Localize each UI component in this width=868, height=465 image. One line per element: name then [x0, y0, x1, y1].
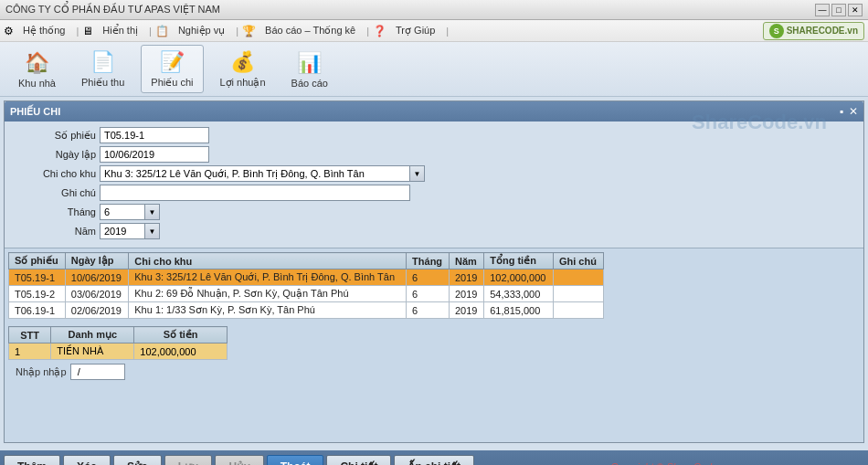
nam-dropdown[interactable]: ▼ — [145, 223, 160, 239]
logo-circle: S — [769, 24, 784, 38]
main-table-body: T05.19-110/06/2019Khu 3: 325/12 Lê Văn Q… — [9, 269, 604, 319]
form-area: Số phiếu Ngày lập Chi cho khu ▼ Ghi chú … — [5, 122, 863, 248]
title-bar: CÔNG TY CỔ PHẦN ĐẦU TƯ APAS VIỆT NAM — □… — [0, 0, 868, 20]
nam-label: Năm — [23, 226, 96, 237]
menu-nghiep-vu[interactable]: Nghiệp vụ — [171, 22, 232, 40]
form-row-nam: Năm ▼ — [23, 223, 845, 239]
col-chi-cho-khu: Chi cho khu — [129, 253, 407, 269]
thang-input[interactable] — [100, 204, 145, 220]
menu-hien-thi[interactable]: Hiển thị — [95, 22, 145, 40]
phieu-chi-icon: 📝 — [157, 49, 186, 75]
panel-pin-icon[interactable]: ▪ — [840, 105, 843, 118]
hien-thi-icon: 🖥 — [82, 25, 93, 37]
form-row-ghi-chu: Ghi chú — [23, 185, 845, 201]
nhap-nhap-input[interactable] — [70, 364, 125, 380]
toolbar-phieu-thu[interactable]: 📄 Phiếu thu — [72, 46, 133, 92]
chi-cho-khu-combo: ▼ — [100, 165, 425, 182]
panel-header: PHIẾU CHI ▪ ✕ — [5, 101, 863, 122]
panel-title: PHIẾU CHI — [10, 106, 60, 118]
thang-combo: ▼ — [100, 204, 160, 220]
nam-combo: ▼ — [100, 223, 160, 239]
detail-table-body: 1TIỀN NHÀ102,000,000 — [9, 343, 228, 360]
col-ghi-chu: Ghi chú — [553, 253, 603, 269]
xoa-button[interactable]: Xóa — [63, 455, 111, 465]
toolbar-bao-cao[interactable]: 📊 Báo cáo — [282, 47, 337, 92]
ghi-chu-input[interactable] — [100, 185, 410, 201]
detail-col-so-tien: Số tiền — [134, 327, 228, 343]
sua-button[interactable]: Sửa — [113, 455, 162, 465]
menu-he-thong[interactable]: Hệ thống — [16, 22, 72, 40]
form-row-so-phieu: Số phiếu — [23, 127, 845, 143]
toolbar-loi-nhuan-label: Lợi nhuận — [220, 77, 266, 89]
menu-bao-cao[interactable]: Báo cáo – Thống kê — [258, 22, 363, 40]
copyright-text: Copyright © ShareCode.vn — [477, 461, 864, 465]
ghi-chu-label: Ghi chú — [23, 187, 96, 198]
nam-input[interactable] — [100, 223, 145, 239]
close-window-button[interactable]: ✕ — [848, 4, 863, 16]
panel-close-area[interactable]: ▪ ✕ — [840, 105, 858, 118]
chi-cho-khu-input[interactable] — [100, 165, 410, 182]
toolbar-phieu-chi[interactable]: 📝 Phiếu chi — [141, 45, 203, 93]
form-row-thang: Tháng ▼ — [23, 204, 845, 220]
bao-cao-icon: 🏆 — [242, 25, 256, 37]
luu-button[interactable]: Lưu — [164, 455, 213, 465]
an-chi-tiet-button[interactable]: Ấn chi tiết — [394, 455, 474, 465]
thang-dropdown[interactable]: ▼ — [145, 204, 160, 220]
detail-header-row: STT Danh mục Số tiền — [9, 327, 228, 343]
thang-label: Tháng — [23, 206, 96, 217]
table-row[interactable]: T05.19-110/06/2019Khu 3: 325/12 Lê Văn Q… — [9, 269, 604, 286]
panel-close-icon[interactable]: ✕ — [849, 105, 858, 118]
col-thang: Tháng — [407, 253, 450, 269]
table-row[interactable]: T06.19-102/06/2019Khu 1: 1/33 Sơn Kỳ, P.… — [9, 302, 604, 319]
ngay-lap-label: Ngày lập — [23, 149, 96, 161]
logo: S SHARECODE.vn — [763, 22, 864, 40]
main-table: Số phiếu Ngày lập Chi cho khu Tháng Năm … — [8, 252, 604, 319]
huy-button[interactable]: Hủy — [215, 455, 263, 465]
tro-giup-icon: ❓ — [373, 25, 386, 37]
menu-bar: ⚙ Hệ thống | 🖥 Hiển thị | 📋 Nghiệp vụ | … — [0, 20, 868, 42]
main-table-area: Số phiếu Ngày lập Chi cho khu Tháng Năm … — [8, 252, 604, 439]
detail-col-danh-muc: Danh mục — [51, 327, 134, 343]
chi-cho-khu-label: Chi cho khu — [23, 168, 96, 179]
col-so-phieu: Số phiếu — [9, 253, 66, 269]
form-row-chi-cho-khu: Chi cho khu ▼ — [23, 165, 845, 182]
maximize-button[interactable]: □ — [831, 4, 846, 16]
window-controls[interactable]: — □ ✕ — [815, 4, 863, 16]
col-ngay-lap: Ngày lập — [65, 253, 128, 269]
table-row[interactable]: T05.19-203/06/2019Khu 2: 69 Đỗ Nhuận, P.… — [9, 286, 604, 302]
detail-table-row[interactable]: 1TIỀN NHÀ102,000,000 — [9, 343, 228, 360]
toolbar-khu-nha[interactable]: 🏠 Khu nhà — [9, 47, 65, 92]
panel: PHIẾU CHI ▪ ✕ Số phiếu Ngày lập Chi cho … — [4, 100, 864, 443]
chi-cho-khu-dropdown[interactable]: ▼ — [410, 165, 425, 182]
minimize-button[interactable]: — — [815, 4, 830, 16]
toolbar-khu-nha-label: Khu nhà — [18, 78, 56, 89]
main-content: PHIẾU CHI ▪ ✕ Số phiếu Ngày lập Chi cho … — [0, 100, 868, 450]
toolbar-phieu-thu-label: Phiếu thu — [81, 77, 124, 89]
col-tong-tien: Tổng tiền — [484, 253, 554, 269]
nhap-nhap-label: Nhập nhập — [16, 366, 67, 378]
menu-tro-giup[interactable]: Trợ Giúp — [388, 22, 442, 40]
toolbar-loi-nhuan[interactable]: 💰 Lợi nhuận — [211, 46, 275, 92]
ngay-lap-input[interactable] — [100, 146, 209, 163]
khu-nha-icon: 🏠 — [22, 50, 51, 76]
watermark-area: ShareCode.vn — [604, 252, 860, 439]
detail-col-stt: STT — [9, 327, 51, 343]
logo-area: S SHARECODE.vn — [763, 22, 864, 40]
thoat-button[interactable]: Thoát — [267, 455, 324, 465]
bottom-input-area: Nhập nhập — [8, 360, 604, 384]
tables-area: Số phiếu Ngày lập Chi cho khu Tháng Năm … — [5, 248, 863, 442]
toolbar-phieu-chi-label: Phiếu chi — [151, 77, 193, 89]
loi-nhuan-icon: 💰 — [228, 49, 258, 75]
nghiep-vu-icon: 📋 — [155, 25, 169, 37]
so-phieu-input[interactable] — [100, 127, 209, 143]
phieu-thu-icon: 📄 — [89, 49, 118, 75]
so-phieu-label: Số phiếu — [23, 130, 96, 142]
toolbar-bao-cao-label: Báo cáo — [291, 78, 328, 89]
them-button[interactable]: Thêm — [4, 455, 60, 465]
he-thong-icon: ⚙ — [4, 25, 14, 37]
chi-tiet-button[interactable]: Chi tiết — [326, 455, 391, 465]
form-row-ngay-lap: Ngày lập — [23, 146, 845, 163]
detail-table-wrapper: STT Danh mục Số tiền 1TIỀN NHÀ102,000,00… — [8, 326, 604, 360]
bao-cao-icon: 📊 — [295, 50, 324, 76]
logo-text: SHARECODE.vn — [787, 26, 858, 36]
